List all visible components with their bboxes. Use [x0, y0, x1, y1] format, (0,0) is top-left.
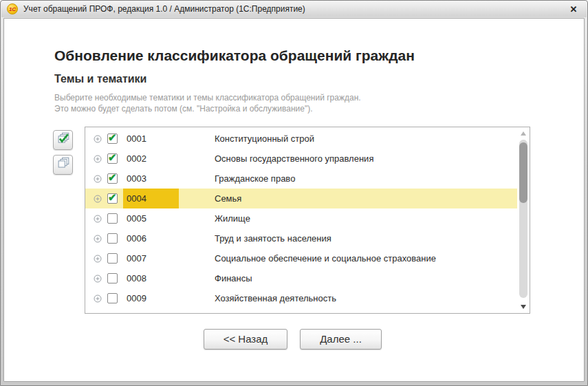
table-row[interactable]: 0001 Конституционный строй	[85, 129, 517, 149]
row-code: 0007	[123, 248, 179, 268]
table-row[interactable]: 0002 Основы государственного управления	[85, 149, 517, 169]
uncheck-all-icon	[56, 156, 71, 174]
row-checkbox[interactable]	[107, 293, 118, 303]
window-title: Учет обращений ПРОФ, редакция 1.0 / Адми…	[23, 4, 560, 14]
row-name: Конституционный строй	[179, 133, 517, 144]
topics-list: 0001 Конституционный строй 0002 Основы г…	[85, 129, 517, 308]
expand-plus-icon[interactable]	[94, 195, 107, 203]
back-button[interactable]: << Назад	[204, 329, 287, 350]
page-title: Обновление классификатора обращений граж…	[54, 47, 415, 64]
row-name: Основы государственного управления	[179, 153, 517, 164]
row-code: 0004	[123, 189, 179, 208]
row-code: 0009	[123, 288, 179, 308]
expand-plus-icon[interactable]	[94, 175, 107, 183]
row-code: 0003	[123, 169, 179, 189]
row-checkbox[interactable]	[107, 173, 118, 184]
page-subtitle: Темы и тематики	[54, 73, 146, 85]
scroll-up-icon[interactable]	[519, 130, 527, 137]
page-description-line2: Это можно будет сделать потом (см. "Наст…	[54, 103, 361, 114]
row-checkbox[interactable]	[107, 273, 118, 283]
row-checkbox-cell	[107, 273, 123, 283]
row-checkbox[interactable]	[107, 133, 118, 144]
row-checkbox-cell	[107, 213, 123, 224]
row-name: Социальное обеспечение и социальное стра…	[179, 253, 517, 264]
row-name: Гражданское право	[179, 173, 517, 184]
row-checkbox-cell	[107, 153, 123, 164]
row-name: Жилище	[179, 213, 517, 224]
row-checkbox-cell	[107, 173, 123, 184]
row-checkbox[interactable]	[107, 153, 118, 164]
scroll-down-icon[interactable]	[519, 303, 527, 310]
title-bar[interactable]: 1С Учет обращений ПРОФ, редакция 1.0 / А…	[1, 1, 587, 17]
row-checkbox[interactable]	[107, 233, 118, 244]
row-code: 0002	[123, 149, 179, 169]
row-checkbox-cell	[107, 253, 123, 264]
table-row[interactable]: 0008 Финансы	[85, 268, 517, 288]
vertical-scrollbar[interactable]	[519, 129, 528, 312]
expand-plus-icon[interactable]	[94, 294, 107, 303]
table-row[interactable]: 0004 Семья	[85, 189, 517, 208]
row-checkbox-cell	[107, 133, 123, 144]
page-description-line1: Выберите необходимые тематики и темы кла…	[54, 92, 361, 103]
row-name: Финансы	[179, 273, 517, 283]
table-row[interactable]: 0005 Жилище	[85, 208, 517, 228]
scrollbar-track[interactable]	[519, 140, 527, 298]
check-all-icon	[56, 131, 71, 149]
row-checkbox-cell	[107, 233, 123, 244]
topics-panel: 0001 Конституционный строй 0002 Основы г…	[85, 127, 530, 314]
expand-plus-icon[interactable]	[94, 255, 107, 263]
row-name: Труд и занятость населения	[179, 233, 517, 244]
row-checkbox[interactable]	[107, 213, 118, 224]
expand-plus-icon[interactable]	[94, 135, 107, 143]
row-checkbox[interactable]	[107, 193, 118, 204]
table-row[interactable]: 0006 Труд и занятость населения	[85, 228, 517, 248]
row-checkbox[interactable]	[107, 253, 118, 264]
expand-plus-icon[interactable]	[94, 155, 107, 163]
row-name: Семья	[179, 193, 517, 204]
page-description: Выберите необходимые тематики и темы кла…	[54, 92, 361, 114]
expand-plus-icon[interactable]	[94, 275, 107, 283]
table-row[interactable]: 0003 Гражданское право	[85, 169, 517, 189]
row-code: 0008	[123, 268, 179, 288]
wizard-content: Обновление классификатора обращений граж…	[3, 18, 585, 382]
close-icon[interactable]: ✕	[566, 3, 581, 15]
uncheck-all-button[interactable]	[53, 155, 73, 175]
row-code: 0006	[123, 228, 179, 248]
row-code: 0005	[123, 208, 179, 228]
row-checkbox-cell	[107, 193, 123, 204]
table-row[interactable]: 0009 Хозяйственная деятельность	[85, 288, 517, 308]
check-all-button[interactable]	[53, 130, 73, 150]
app-window: 1С Учет обращений ПРОФ, редакция 1.0 / А…	[0, 0, 588, 386]
row-code: 0001	[123, 129, 179, 149]
expand-plus-icon[interactable]	[94, 235, 107, 243]
row-name: Хозяйственная деятельность	[179, 293, 517, 303]
scrollbar-thumb[interactable]	[519, 142, 527, 203]
1c-logo-icon: 1С	[7, 3, 18, 14]
row-checkbox-cell	[107, 293, 123, 303]
table-row[interactable]: 0007 Социальное обеспечение и социальное…	[85, 248, 517, 268]
next-button[interactable]: Далее ...	[300, 329, 382, 350]
expand-plus-icon[interactable]	[94, 215, 107, 223]
